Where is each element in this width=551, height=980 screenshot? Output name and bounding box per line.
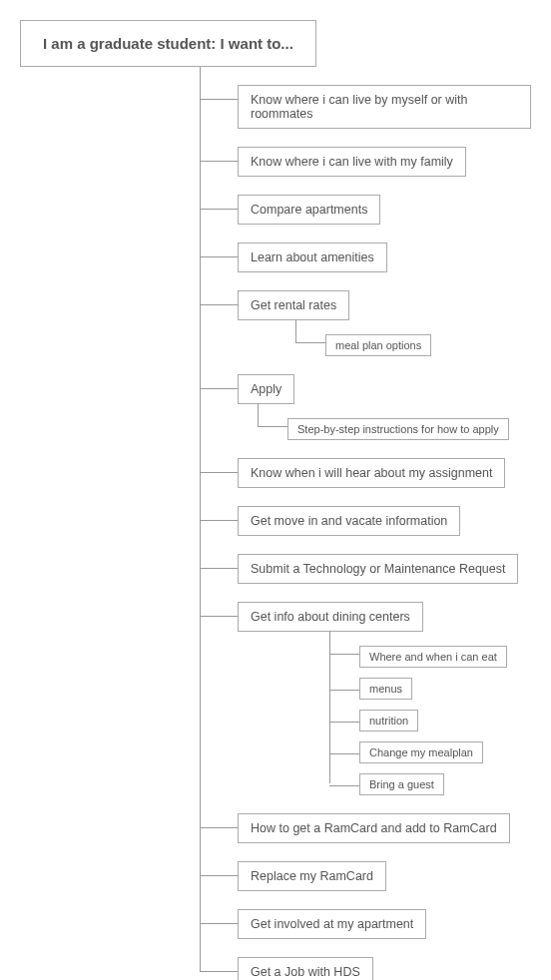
child-label: Step-by-step instructions for how to app… [297, 423, 499, 435]
children-group: Where and when i can eat menus nutrition… [329, 632, 531, 795]
node-box: Compare apartments [238, 195, 380, 225]
node-label: Apply [251, 382, 281, 396]
node-label: Get move in and vacate information [251, 514, 447, 528]
tree-node: Know where i can live with my family [200, 129, 531, 177]
child-label: menus [369, 683, 402, 695]
tree-node: Learn about amenities [200, 225, 531, 272]
child-box: Where and when i can eat [359, 646, 507, 668]
child-node: Bring a guest [329, 763, 531, 795]
node-box: Submit a Technology or Maintenance Reque… [238, 554, 518, 584]
node-label: Get info about dining centers [251, 610, 410, 624]
tree-node: Compare apartments [200, 177, 531, 225]
tree-node: Get info about dining centers Where and … [200, 584, 531, 795]
node-box: Replace my RamCard [238, 861, 386, 891]
node-label: How to get a RamCard and add to RamCard [251, 821, 497, 835]
node-label: Get a Job with HDS [251, 965, 360, 979]
root-label: I am a graduate student: I want to... [43, 35, 293, 52]
node-box: Get a Job with HDS [238, 957, 373, 980]
node-box: Get info about dining centers [238, 602, 423, 632]
node-label: Get involved at my apartment [251, 917, 413, 931]
child-node: nutrition [329, 700, 531, 732]
child-node: Step-by-step instructions for how to app… [258, 404, 531, 440]
child-box: nutrition [359, 710, 418, 732]
child-box: meal plan options [325, 334, 431, 356]
tree-container: Know where i can live by myself or with … [200, 67, 531, 980]
node-box: Learn about amenities [238, 243, 387, 272]
tree-node: Get involved at my apartment [200, 891, 531, 939]
child-label: nutrition [369, 715, 408, 727]
node-label: Know when i will hear about my assignmen… [251, 466, 492, 480]
node-box: Know when i will hear about my assignmen… [238, 458, 505, 488]
tree-node: Apply Step-by-step instructions for how … [200, 356, 531, 440]
tree-node: Know when i will hear about my assignmen… [200, 440, 531, 488]
node-box: Get rental rates [238, 290, 349, 320]
node-label: Get rental rates [251, 298, 336, 312]
child-box: Step-by-step instructions for how to app… [287, 418, 509, 440]
node-box: Get involved at my apartment [238, 909, 426, 939]
child-node: Where and when i can eat [329, 632, 531, 668]
node-label: Know where i can live with my family [251, 155, 453, 169]
child-box: Bring a guest [359, 773, 444, 795]
child-label: Bring a guest [369, 778, 434, 790]
tree-node: Get rental rates meal plan options [200, 272, 531, 356]
children-group: Step-by-step instructions for how to app… [258, 404, 531, 440]
node-box: Apply [238, 374, 294, 404]
node-box: Know where i can live with my family [238, 147, 466, 177]
child-node: menus [329, 668, 531, 700]
child-node: meal plan options [295, 320, 531, 356]
child-label: Change my mealplan [369, 746, 473, 758]
node-label: Know where i can live by myself or with … [251, 93, 467, 121]
child-node: Change my mealplan [329, 732, 531, 763]
child-label: meal plan options [335, 339, 421, 351]
children-group: meal plan options [295, 320, 531, 356]
node-box: Know where i can live by myself or with … [238, 85, 531, 129]
node-label: Compare apartments [251, 203, 367, 217]
node-label: Learn about amenities [251, 250, 374, 264]
child-label: Where and when i can eat [369, 651, 497, 663]
tree-node: Know where i can live by myself or with … [200, 67, 531, 129]
node-box: How to get a RamCard and add to RamCard [238, 813, 510, 843]
tree-node: Get a Job with HDS All job opportunities… [200, 939, 531, 980]
node-label: Replace my RamCard [251, 869, 373, 883]
tree-node: Submit a Technology or Maintenance Reque… [200, 536, 531, 584]
child-box: menus [359, 678, 412, 700]
tree-node: Replace my RamCard [200, 843, 531, 891]
tree-node: How to get a RamCard and add to RamCard [200, 795, 531, 843]
node-box: Get move in and vacate information [238, 506, 460, 536]
tree-node: Get move in and vacate information [200, 488, 531, 536]
child-box: Change my mealplan [359, 741, 483, 763]
root-node: I am a graduate student: I want to... [20, 20, 316, 67]
node-label: Submit a Technology or Maintenance Reque… [251, 562, 505, 576]
